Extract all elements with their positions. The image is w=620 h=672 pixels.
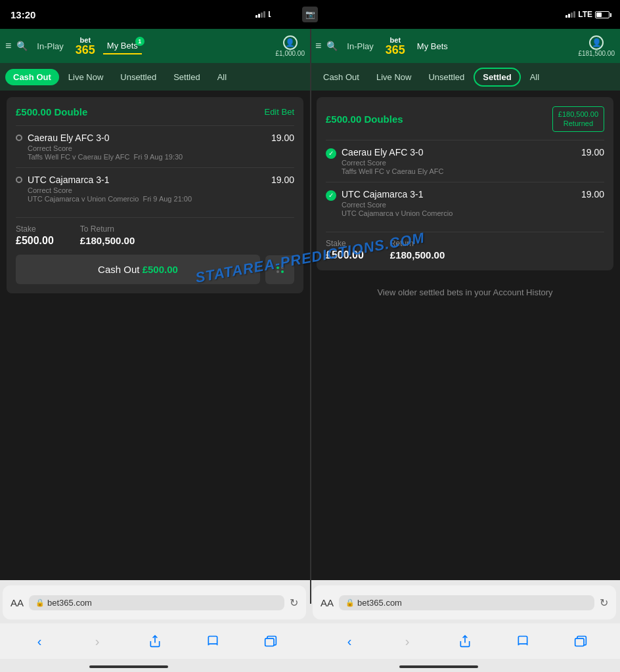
safari-nav-left: ‹ › — [0, 623, 310, 659]
search-icon-left[interactable]: 🔍 — [16, 41, 28, 51]
refresh-btn-left[interactable]: ↻ — [290, 597, 298, 609]
bet-title-right: £500.00 Doubles — [326, 114, 403, 125]
tab-cashout-right[interactable]: Cash Out — [315, 69, 367, 85]
back-btn-left[interactable]: ‹ — [28, 629, 51, 653]
return-item-right: Return £180,500.00 — [390, 239, 445, 261]
bet-title-left: £500.00 Double — [16, 106, 87, 117]
logo-365-right: 365 — [386, 44, 405, 56]
bet-card-header-right: £500.00 Doubles £180,500.00 Returned — [326, 106, 604, 132]
return-label-right: Return — [390, 239, 445, 248]
cashout-row-left: Cash Out £500.00 — [16, 255, 294, 284]
stake-row-right: Stake £500.00 Return £180,500.00 — [326, 232, 604, 261]
view-older-bets[interactable]: View older settled bets in your Account … — [317, 277, 613, 308]
selection-1-right-info: ✓ Caerau Ely AFC 3-0 Correct Score Taffs… — [326, 147, 576, 175]
returned-sub: Returned — [558, 119, 598, 128]
tab-bar-right: Cash Out Live Now Unsettled Settled All — [310, 63, 620, 91]
nav-mybets-left[interactable]: My Bets 1 — [103, 38, 142, 54]
browser-aa-right[interactable]: AA — [321, 597, 334, 608]
battery-right — [595, 11, 609, 18]
safari-nav-right: ‹ › — [310, 623, 620, 659]
menu-icon-left[interactable]: ≡ — [5, 40, 11, 52]
selection-check-2: ✓ — [326, 190, 336, 201]
tab-bar-left: Cash Out Live Now Unsettled Settled All — [0, 63, 310, 91]
forward-btn-left[interactable]: › — [85, 629, 109, 653]
selection-1-right-odds: 19.00 — [581, 147, 604, 158]
signal-right — [565, 11, 575, 18]
selection-1-details: Caerau Ely AFC 3-0 Correct Score Taffs W… — [28, 133, 183, 161]
nav-logo-right: bet 365 — [386, 37, 405, 56]
bookmarks-btn-left[interactable] — [201, 629, 225, 653]
browser-url-left[interactable]: 🔒 bet365.com — [29, 595, 284, 610]
tab-livenow-left[interactable]: Live Now — [60, 69, 111, 85]
notch: 📷 — [271, 5, 349, 24]
menu-icon-right[interactable]: ≡ — [315, 40, 321, 52]
selection-1-right-match: Taffs Well FC v Caerau Ely AFC — [342, 167, 443, 175]
cashout-amount-left: £500.00 — [143, 264, 178, 275]
browser-url-right[interactable]: 🔒 bet365.com — [339, 595, 594, 610]
refresh-btn-right[interactable]: ↻ — [600, 597, 608, 609]
settings-dots-icon — [277, 266, 284, 273]
selection-1-match: Taffs Well FC v Caerau Ely AFC Fri 9 Aug… — [28, 153, 183, 161]
back-btn-right[interactable]: ‹ — [338, 629, 361, 653]
selection-1-name: Caerau Ely AFC 3-0 — [28, 133, 183, 143]
selection-1-market: Correct Score — [28, 144, 183, 152]
home-indicator-right — [399, 665, 478, 668]
bet-card-right: £500.00 Doubles £180,500.00 Returned ✓ C… — [317, 97, 613, 270]
bet-card-header-left: £500.00 Double Edit Bet — [16, 106, 294, 117]
status-bar-right: 11:28 LTE — [310, 0, 620, 29]
tab-settled-right[interactable]: Settled — [474, 68, 520, 87]
stake-item-right: Stake £500.00 — [326, 239, 364, 261]
search-icon-right[interactable]: 🔍 — [326, 41, 338, 51]
logo-bet-right: bet — [390, 37, 401, 44]
bookmarks-btn-right[interactable] — [511, 629, 535, 653]
selection-2-details: UTC Cajamarca 3-1 Correct Score UTC Caja… — [28, 175, 192, 203]
tab-all-left[interactable]: All — [210, 69, 234, 85]
bet-card-left: £500.00 Double Edit Bet Caerau Ely AFC 3… — [7, 97, 303, 293]
cashout-settings-button[interactable] — [265, 255, 294, 284]
tab-unsettled-left[interactable]: Unsettled — [112, 69, 164, 85]
tabs-btn-left[interactable] — [259, 629, 282, 653]
tab-unsettled-right[interactable]: Unsettled — [420, 69, 472, 85]
nav-mybets-right[interactable]: My Bets — [413, 39, 452, 54]
selection-dot-1 — [16, 135, 22, 141]
browser-bar-right: AA 🔒 bet365.com ↻ — [313, 585, 616, 620]
edit-bet-btn[interactable]: Edit Bet — [264, 107, 294, 117]
stake-row-left: Stake £500.00 To Return £180,500.00 — [16, 217, 294, 247]
nav-badge-left: 1 — [135, 37, 144, 46]
nav-menu-search-right[interactable]: ≡ 🔍 — [315, 40, 338, 52]
tab-settled-left[interactable]: Settled — [166, 69, 208, 85]
content-left: £500.00 Double Edit Bet Caerau Ely AFC 3… — [0, 91, 310, 306]
selection-1-right-header: ✓ Caerau Ely AFC 3-0 Correct Score Taffs… — [326, 147, 604, 175]
tab-all-right[interactable]: All — [522, 69, 547, 85]
home-indicator-left — [89, 665, 168, 668]
share-btn-left[interactable] — [143, 629, 167, 653]
nav-menu-search-left[interactable]: ≡ 🔍 — [5, 40, 28, 52]
browser-aa-left[interactable]: AA — [11, 597, 24, 608]
tab-cashout-left[interactable]: Cash Out — [5, 69, 59, 85]
return-label-left: To Return — [80, 224, 135, 234]
stake-label-left: Stake — [16, 224, 54, 234]
forward-btn-right[interactable]: › — [395, 629, 419, 653]
returned-badge: £180,500.00 Returned — [552, 106, 604, 132]
tabs-btn-right[interactable] — [569, 629, 592, 653]
notch-image: 📷 — [302, 7, 318, 22]
nav-account-left[interactable]: 👤 £1,000.00 — [276, 35, 305, 57]
returned-amount: £180,500.00 — [558, 110, 598, 119]
nav-account-right[interactable]: 👤 £181,500.00 — [578, 35, 615, 57]
tab-livenow-right[interactable]: Live Now — [368, 69, 419, 85]
selection-1-right-market: Correct Score — [342, 159, 443, 167]
selection-2-info: UTC Cajamarca 3-1 Correct Score UTC Caja… — [16, 175, 266, 203]
share-btn-right[interactable] — [453, 629, 477, 653]
selection-2-right-market: Correct Score — [342, 201, 453, 209]
selection-1-right: ✓ Caerau Ely AFC 3-0 Correct Score Taffs… — [326, 140, 604, 182]
url-text-left: bet365.com — [47, 598, 92, 608]
selection-2-right: ✓ UTC Cajamarca 3-1 Correct Score UTC Ca… — [326, 182, 604, 224]
account-amount-left: £1,000.00 — [276, 50, 305, 57]
lte-right: LTE — [578, 10, 592, 19]
cashout-button-left[interactable]: Cash Out £500.00 — [16, 255, 260, 284]
account-icon-right: 👤 — [589, 35, 604, 50]
time-left: 13:20 — [11, 9, 35, 20]
nav-inplay-left[interactable]: In-Play — [33, 39, 67, 54]
nav-inplay-right[interactable]: In-Play — [343, 39, 377, 54]
browser-bar-left: AA 🔒 bet365.com ↻ — [3, 585, 306, 620]
